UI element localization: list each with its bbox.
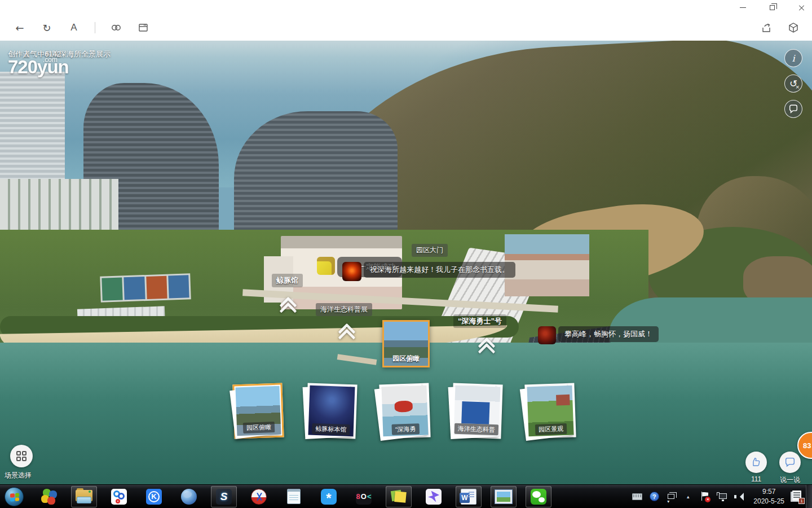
pinwheel-icon: [41, 489, 57, 505]
hotspot-label-gate[interactable]: 园区大门: [412, 244, 448, 257]
restore-button[interactable]: [766, 2, 778, 12]
taskbar-app-word[interactable]: W: [456, 486, 482, 507]
network-icon[interactable]: [716, 491, 727, 503]
windows-logo-icon: [5, 487, 24, 506]
visitor-comment: 祝深海所越来越好！我儿子在那念书五载。: [342, 262, 515, 281]
refresh-icon[interactable]: ↻: [41, 20, 53, 35]
start-button[interactable]: [1, 486, 27, 507]
thumbs-up-icon: [750, 456, 762, 468]
s-browser-icon: S: [216, 489, 232, 505]
wechat-icon: [531, 489, 546, 505]
notepad-icon: [287, 489, 301, 504]
scene-select-label: 场景选择: [5, 471, 32, 480]
window-layout-icon[interactable]: [137, 20, 149, 35]
say-label: 说一说: [780, 475, 800, 484]
bird-icon: [426, 489, 442, 505]
show-hidden-icons[interactable]: ▴: [682, 491, 694, 503]
visitor-comment: 攀高峰，畅胸怀，扬国威！: [538, 326, 659, 344]
3d-cube-icon[interactable]: [787, 20, 800, 35]
rings-icon: [111, 489, 127, 505]
sticky-notes-icon: [391, 489, 407, 505]
star-bubble-icon: *: [321, 489, 337, 505]
minimize-button[interactable]: [736, 2, 749, 12]
folder-icon: [76, 490, 92, 503]
scene-thumb-whale-museum[interactable]: 鲸豚标本馆: [306, 383, 357, 439]
taskbar-app-photo-viewer[interactable]: [491, 486, 517, 507]
taskbar-app-pinwheel[interactable]: [36, 486, 62, 507]
taskbar-clock[interactable]: 9:57 2020-5-25: [748, 487, 790, 505]
taskbar-app-snip[interactable]: [246, 486, 272, 507]
back-icon[interactable]: ←: [14, 20, 26, 35]
hotspot-arrow-icon[interactable]: [336, 325, 361, 344]
volume-icon[interactable]: [733, 491, 744, 503]
pano-villas: [0, 179, 118, 233]
taskbar-app-sticky-notes[interactable]: [386, 486, 412, 507]
share-icon[interactable]: [760, 20, 773, 35]
hotspot-label-warrior[interactable]: “深海勇士”号: [453, 314, 506, 328]
taskbar-app-k[interactable]: K: [141, 486, 167, 507]
reading-view-icon[interactable]: A: [68, 20, 80, 35]
taskbar-app-bok[interactable]: 8O<: [351, 486, 377, 507]
comments-button[interactable]: [784, 100, 802, 118]
avatar: [317, 257, 335, 275]
system-tray: ? ▾ ▴ ×: [632, 491, 748, 503]
scene-select-button[interactable]: [10, 445, 33, 467]
avatar: [342, 262, 361, 281]
hotspot-arrow-icon[interactable]: [476, 339, 501, 358]
k-app-icon: K: [146, 489, 162, 505]
taskbar-app-thunder[interactable]: [421, 486, 447, 507]
like-button[interactable]: [745, 452, 767, 473]
title-bar: [0, 0, 812, 15]
notes-tray-icon[interactable]: 1: [790, 489, 805, 504]
taskbar-app-explorer[interactable]: [71, 486, 97, 507]
taskbar-app-browser-globe[interactable]: [176, 486, 202, 507]
close-button[interactable]: [795, 2, 807, 12]
taskbar-app-tim[interactable]: *: [316, 486, 342, 507]
browser-toolbar: ← ↻ A: [0, 15, 812, 41]
windows-taskbar: K S * 8O<: [0, 484, 812, 508]
taskbar-app-rings[interactable]: [106, 486, 132, 507]
globe-icon: [181, 489, 197, 505]
app-window: ← ↻ A: [0, 0, 812, 508]
taskbar-app-notepad[interactable]: [281, 486, 307, 507]
taskbar-app-wechat[interactable]: [526, 486, 551, 507]
pano-sport-courts: [100, 273, 191, 303]
show-desktop-button[interactable]: [806, 485, 812, 508]
clock-date: 2020-5-25: [753, 497, 784, 506]
say-button[interactable]: [779, 452, 801, 473]
scene-thumb-deepsea-warrior[interactable]: “深海勇: [379, 383, 430, 439]
comment-bubble-icon: [788, 104, 798, 114]
scissors-icon: [251, 489, 267, 505]
scene-thumb-overview[interactable]: 园区俯瞰: [232, 383, 284, 439]
info-button[interactable]: i: [784, 49, 802, 67]
avatar: [538, 326, 556, 344]
bok-icon: 8O<: [356, 489, 372, 505]
gyroscope-button[interactable]: ↺ ×: [784, 75, 802, 93]
scene-thumb-eco-expo[interactable]: 海洋生态科普: [451, 383, 502, 439]
speech-bubble-icon: [784, 456, 796, 468]
notes-badge: 1: [798, 498, 805, 504]
language-bar-restore-icon[interactable]: ▾: [665, 491, 677, 503]
hotspot-label-eco-expo[interactable]: 海洋生态科普展: [316, 303, 372, 316]
info-icon: i: [792, 53, 795, 64]
link-icon[interactable]: [110, 20, 122, 35]
pano-city-towers-white: [0, 72, 65, 193]
toolbar-divider: [95, 22, 95, 33]
panorama-viewport[interactable]: 创作者：中科院深海所全景展示人气：6142 720yun .com i ↺ × …: [0, 41, 812, 484]
hotspot-thumbnail-overview[interactable]: 园区俯瞰: [382, 320, 430, 367]
action-center-flag-icon[interactable]: ×: [699, 491, 710, 503]
gyroscope-off-x: ×: [795, 84, 800, 90]
clock-time: 9:57: [753, 487, 784, 496]
word-icon: W: [461, 489, 476, 505]
grid-icon: [16, 451, 27, 461]
pano-brick-building: [505, 234, 589, 296]
photo-icon: [495, 490, 512, 503]
taskbar-app-sogou[interactable]: S: [211, 486, 237, 507]
help-icon[interactable]: ?: [648, 491, 660, 503]
like-count: 111: [751, 475, 761, 483]
scene-thumb-park-view[interactable]: 园区景观: [524, 383, 576, 439]
hotspot-arrow-icon[interactable]: [277, 298, 302, 317]
input-method-keyboard-icon[interactable]: [632, 491, 643, 503]
hotspot-label-whale-hall[interactable]: 鲸豚馆: [272, 274, 303, 287]
